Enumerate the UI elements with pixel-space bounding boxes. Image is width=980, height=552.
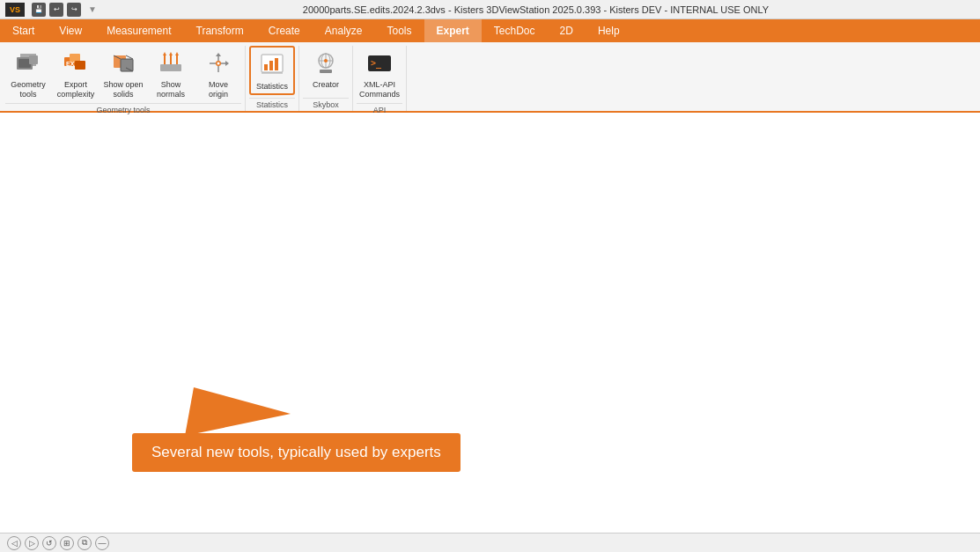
ribbon-group-statistics-items: Statistics: [249, 46, 295, 96]
svg-rect-6: [75, 61, 85, 70]
creator-label: Creator: [313, 80, 339, 90]
tab-start[interactable]: Start: [0, 19, 47, 42]
app-logo: VS: [5, 3, 25, 17]
redo-button[interactable]: ↪: [67, 3, 81, 17]
show-open-solids-icon: [109, 49, 137, 77]
show-normals-icon: [157, 49, 185, 77]
ribbon-group-skybox-items: Creator: [303, 46, 349, 96]
export-complexity-label: Exportcomplexity: [57, 80, 95, 99]
svg-rect-28: [269, 61, 273, 70]
geometry-tools-icon: [14, 49, 42, 77]
skybox-group-label: Skybox: [303, 98, 349, 111]
tab-techdoc[interactable]: TechDoc: [482, 19, 548, 42]
export-complexity-button[interactable]: EX Exportcomplexity: [53, 46, 99, 101]
svg-rect-36: [320, 70, 332, 73]
tab-expert[interactable]: Expert: [424, 19, 482, 42]
move-origin-icon: [204, 49, 232, 77]
tab-transform[interactable]: Transform: [184, 19, 256, 42]
svg-rect-2: [18, 59, 31, 68]
show-normals-button[interactable]: Shownormals: [148, 46, 194, 101]
statistics-button[interactable]: Statistics: [249, 46, 295, 95]
svg-marker-23: [216, 53, 221, 56]
nav-refresh-icon[interactable]: ↺: [42, 536, 56, 550]
show-open-solids-label: Show opensolids: [103, 80, 143, 99]
statistics-icon: [258, 51, 286, 79]
svg-rect-9: [121, 59, 133, 71]
tab-view[interactable]: View: [47, 19, 94, 42]
svg-rect-27: [264, 64, 268, 70]
tab-2d[interactable]: 2D: [548, 19, 586, 42]
tab-tools[interactable]: Tools: [374, 19, 424, 42]
xml-api-commands-button[interactable]: >_ XML-APICommands: [357, 46, 402, 101]
svg-marker-21: [225, 61, 229, 66]
show-open-solids-button[interactable]: Show opensolids: [100, 46, 146, 101]
svg-marker-15: [163, 52, 166, 55]
save-button[interactable]: 💾: [32, 3, 46, 17]
export-complexity-icon: EX: [62, 49, 90, 77]
geometry-tools-group-label: Geometry tools: [5, 103, 241, 116]
tab-measurement[interactable]: Measurement: [94, 19, 183, 42]
copy-icon[interactable]: ⧉: [77, 536, 92, 550]
geometry-tools-button[interactable]: Geometrytools: [5, 46, 51, 101]
bookmark-icon[interactable]: ⊞: [60, 536, 74, 550]
svg-marker-19: [175, 52, 179, 55]
move-origin-label: Moveorigin: [209, 80, 228, 99]
dropdown-arrow[interactable]: ▼: [88, 4, 97, 14]
svg-marker-17: [169, 52, 173, 55]
tooltip-container: Several new tools, typically used by exp…: [132, 387, 461, 472]
ribbon: Geometrytools EX Exportcomplexity: [0, 42, 980, 113]
svg-point-25: [217, 63, 220, 65]
title-bar: VS 💾 ↩ ↪ ▼ 20000parts.SE.edits.2024.2.3d…: [0, 0, 980, 19]
nav-forward-icon[interactable]: ▷: [25, 536, 39, 550]
creator-icon: [312, 49, 340, 77]
svg-text:>_: >_: [371, 58, 382, 69]
svg-rect-3: [29, 55, 38, 64]
xml-api-commands-icon: >_: [365, 49, 394, 77]
svg-rect-13: [160, 64, 181, 71]
quick-access-toolbar: 💾 ↩ ↪ ▼: [32, 3, 97, 17]
tooltip-box: Several new tools, typically used by exp…: [132, 433, 461, 472]
tab-help[interactable]: Help: [586, 19, 632, 42]
ribbon-group-skybox: Creator Skybox: [299, 46, 353, 111]
statistics-group-label: Statistics: [249, 98, 295, 111]
status-bar: ◁ ▷ ↺ ⊞ ⧉ —: [0, 533, 980, 552]
menu-bar: Start View Measurement Transform Create …: [0, 19, 980, 42]
window-title: 20000parts.SE.edits.2024.2.3dvs - Kister…: [97, 4, 975, 15]
tooltip-arrow-wrapper: Several new tools, typically used by exp…: [132, 387, 461, 472]
nav-back-icon[interactable]: ◁: [7, 536, 21, 550]
creator-button[interactable]: Creator: [303, 46, 349, 92]
svg-rect-29: [275, 58, 278, 70]
svg-line-11: [126, 55, 133, 59]
svg-marker-39: [185, 387, 291, 436]
svg-point-35: [324, 59, 328, 63]
ribbon-group-api-items: >_ XML-APICommands: [357, 46, 402, 101]
ribbon-group-geometry-tools: Geometrytools EX Exportcomplexity: [2, 46, 246, 111]
undo-button[interactable]: ↩: [49, 3, 63, 17]
tooltip-arrow-tip: [185, 387, 291, 436]
api-group-label: API: [357, 103, 402, 116]
svg-text:EX: EX: [66, 61, 75, 67]
minus-icon[interactable]: —: [95, 536, 109, 550]
tab-create[interactable]: Create: [256, 19, 313, 42]
ribbon-group-statistics: Statistics Statistics: [246, 46, 299, 111]
geometry-tools-label: Geometrytools: [11, 80, 46, 99]
xml-api-commands-label: XML-APICommands: [359, 80, 400, 99]
ribbon-group-geometry-items: Geometrytools EX Exportcomplexity: [5, 46, 241, 101]
show-normals-label: Shownormals: [157, 80, 185, 99]
statistics-label: Statistics: [256, 82, 288, 92]
tab-analyze[interactable]: Analyze: [313, 19, 375, 42]
ribbon-group-api: >_ XML-APICommands API: [353, 46, 407, 111]
move-origin-button[interactable]: Moveorigin: [195, 46, 241, 101]
